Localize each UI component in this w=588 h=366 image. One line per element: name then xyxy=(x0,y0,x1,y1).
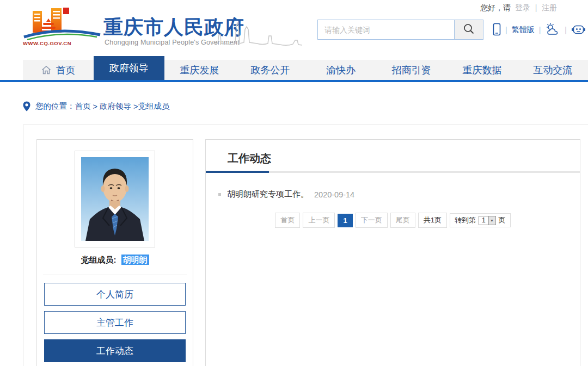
nav-item-home[interactable]: 首页 xyxy=(23,60,94,80)
location-pin-icon xyxy=(23,101,30,111)
nav-item-label: 渝快办 xyxy=(326,64,356,77)
nav-item-label: 重庆发展 xyxy=(180,64,219,77)
user-bar-separator: | xyxy=(535,3,537,12)
breadcrumb-separator: > xyxy=(131,102,138,111)
search-box xyxy=(317,20,483,40)
skyline-decoration-icon xyxy=(211,18,303,50)
goto-page-value: 1 xyxy=(479,216,488,225)
article-list-item: 胡明朗研究专项工作。 2020-09-14 xyxy=(218,189,580,200)
menu-label: 主管工作 xyxy=(96,317,133,329)
home-icon xyxy=(41,65,52,75)
nav-item-label: 政务公开 xyxy=(250,64,290,77)
pagination: 首页 上一页 1 下一页 尾页 共1页 转到第 1 ▼ 页 xyxy=(206,213,580,228)
menu-work-updates[interactable]: 工作动态 xyxy=(44,339,186,362)
nav-item-government-leaders[interactable]: 政府领导 xyxy=(94,56,164,80)
pagination-prev-button[interactable]: 上一页 xyxy=(303,213,335,228)
traditional-chinese-link[interactable]: 繁體版 xyxy=(512,25,535,35)
article-title[interactable]: 胡明朗研究专项工作。 xyxy=(227,189,309,200)
quick-separator: | xyxy=(505,26,507,34)
quick-separator: | xyxy=(539,26,541,34)
nav-item-interaction[interactable]: 互动交流 xyxy=(517,60,588,80)
heading-underline xyxy=(206,171,580,173)
main-nav: 首页 政府领导 重庆发展 政务公开 渝快办 招商引资 重庆数据 互动交流 xyxy=(23,60,588,80)
pagination-last-button[interactable]: 尾页 xyxy=(390,213,415,228)
search-button[interactable] xyxy=(454,20,483,39)
nav-item-investment[interactable]: 招商引资 xyxy=(376,60,447,80)
menu-label: 个人简历 xyxy=(96,288,133,301)
header-quick-links: | 繁體版 | | xyxy=(493,23,586,37)
nav-item-yukuaiban[interactable]: 渝快办 xyxy=(305,60,376,80)
role-label: 党组成员: xyxy=(81,255,116,264)
greeting-text: 您好，请 xyxy=(480,3,511,12)
nav-item-label: 政府领导 xyxy=(109,61,149,75)
register-link[interactable]: 注册 xyxy=(542,3,557,12)
nav-item-label: 招商引资 xyxy=(392,64,431,77)
search-input[interactable] xyxy=(318,20,454,39)
dropdown-arrow-icon: ▼ xyxy=(488,216,495,225)
bullet-icon xyxy=(218,193,221,196)
breadcrumb-current: 党组成员 xyxy=(138,101,170,111)
goto-suffix-label: 页 xyxy=(499,215,506,225)
weather-icon[interactable] xyxy=(545,22,560,38)
pagination-first-button[interactable]: 首页 xyxy=(275,213,300,228)
profile-name-row: 党组成员: 胡明朗 xyxy=(37,255,193,265)
work-updates-panel: 工作动态 胡明朗研究专项工作。 2020-09-14 首页 上一页 1 下一页 … xyxy=(205,139,580,366)
pagination-next-button[interactable]: 下一页 xyxy=(356,213,388,228)
nav-item-chongqing-data[interactable]: 重庆数据 xyxy=(447,60,518,80)
login-link[interactable]: 登录 xyxy=(515,3,530,12)
profile-panel: 党组成员: 胡明朗 个人简历 主管工作 工作动态 xyxy=(36,139,193,366)
nav-item-chongqing-development[interactable]: 重庆发展 xyxy=(164,60,235,80)
heading-underline-accent xyxy=(206,171,269,173)
nav-accent-line xyxy=(0,80,588,82)
sidebar-divider xyxy=(43,275,187,275)
quick-separator: | xyxy=(565,26,567,34)
menu-personal-resume[interactable]: 个人简历 xyxy=(44,283,186,306)
search-icon xyxy=(462,22,475,37)
nav-item-label: 互动交流 xyxy=(533,64,572,77)
menu-responsibilities[interactable]: 主管工作 xyxy=(44,311,186,334)
robot-assistant-icon[interactable] xyxy=(571,23,586,38)
nav-item-label: 重庆数据 xyxy=(462,64,501,77)
official-portrait-photo xyxy=(75,151,155,247)
breadcrumb-home[interactable]: 首页 xyxy=(75,101,91,111)
pagination-goto: 转到第 1 ▼ 页 xyxy=(450,213,511,227)
section-title: 工作动态 xyxy=(206,140,580,171)
official-name: 胡明朗 xyxy=(121,255,149,265)
nav-item-government-affairs[interactable]: 政务公开 xyxy=(235,60,305,80)
breadcrumb: 您的位置： 首页 > 政府领导 > 党组成员 xyxy=(23,101,170,111)
pagination-current-page[interactable]: 1 xyxy=(338,214,352,227)
mobile-version-icon[interactable] xyxy=(493,23,501,38)
user-bar: 您好，请 登录 | 注册 xyxy=(480,3,557,13)
menu-label: 工作动态 xyxy=(96,345,133,357)
goto-page-select[interactable]: 1 ▼ xyxy=(479,216,496,225)
pagination-total-pages: 共1页 xyxy=(418,213,447,228)
nav-item-label: 首页 xyxy=(56,64,75,77)
article-date: 2020-09-14 xyxy=(314,190,354,199)
breadcrumb-separator: > xyxy=(91,102,100,111)
goto-prefix-label: 转到第 xyxy=(455,215,476,225)
breadcrumb-section[interactable]: 政府领导 xyxy=(100,101,131,111)
site-logo[interactable]: WWW.CQ.GOV.CN xyxy=(21,7,103,50)
logo-caption: WWW.CQ.GOV.CN xyxy=(23,40,71,46)
breadcrumb-prefix: 您的位置： xyxy=(35,101,75,111)
